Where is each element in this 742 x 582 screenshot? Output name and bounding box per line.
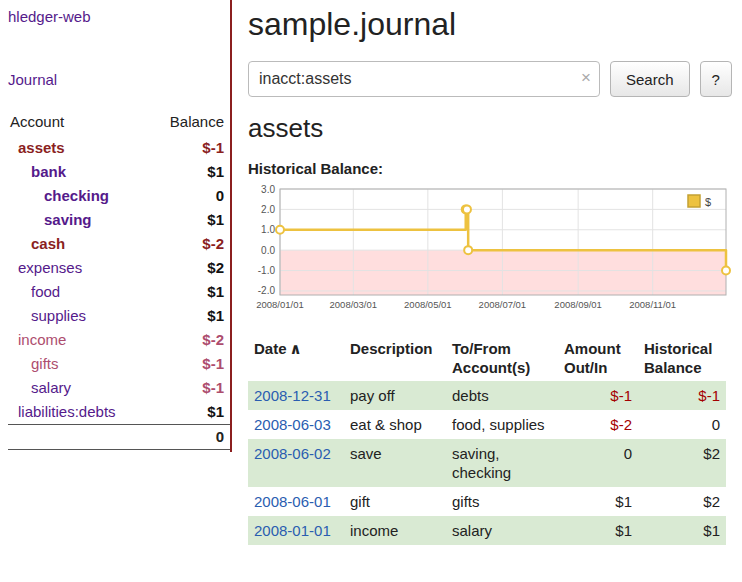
account-balance: $1 bbox=[156, 400, 230, 425]
account-balance: 0 bbox=[156, 184, 230, 208]
accounts-cell: gifts bbox=[446, 487, 558, 516]
balance-cell: $1 bbox=[638, 516, 726, 545]
account-name-cell: saving bbox=[8, 208, 156, 232]
help-button[interactable]: ? bbox=[700, 61, 732, 97]
account-link[interactable]: expenses bbox=[10, 259, 82, 276]
col-accounts: To/From Account(s) bbox=[446, 335, 558, 381]
account-link[interactable]: supplies bbox=[10, 307, 86, 324]
date-cell: 2008-12-31 bbox=[248, 381, 344, 410]
svg-text:2008/05/01: 2008/05/01 bbox=[404, 299, 452, 310]
date-link[interactable]: 2008-06-01 bbox=[254, 493, 331, 510]
account-row: cash$-2 bbox=[8, 232, 230, 256]
search-input[interactable] bbox=[248, 61, 600, 97]
account-link[interactable]: income bbox=[10, 331, 66, 348]
account-link[interactable]: bank bbox=[10, 163, 66, 180]
page-title: sample.journal bbox=[248, 6, 736, 43]
x-axis-labels: 2008/01/012008/03/012008/05/012008/07/01… bbox=[256, 299, 676, 310]
sidebar-item-journal[interactable]: Journal bbox=[8, 71, 230, 88]
account-link[interactable]: assets bbox=[10, 139, 65, 156]
svg-text:1.0: 1.0 bbox=[261, 224, 275, 235]
account-name-cell: gifts bbox=[8, 352, 156, 376]
account-link[interactable]: salary bbox=[10, 379, 71, 396]
date-link[interactable]: 2008-06-02 bbox=[254, 445, 331, 462]
account-row: checking0 bbox=[8, 184, 230, 208]
account-name-cell: bank bbox=[8, 160, 156, 184]
date-link[interactable]: 2008-01-01 bbox=[254, 522, 331, 539]
accounts-total-value: 0 bbox=[156, 425, 230, 450]
account-link[interactable]: food bbox=[10, 283, 60, 300]
app: hledger-web Journal Account Balance asse… bbox=[0, 0, 742, 582]
accounts-col-balance: Balance bbox=[156, 110, 230, 136]
balance-cell: $-1 bbox=[638, 381, 726, 410]
account-name-cell: expenses bbox=[8, 256, 156, 280]
description-cell: eat & shop bbox=[344, 410, 446, 439]
register-row: 2008-06-02savesaving, checking0$2 bbox=[248, 439, 726, 487]
account-balance: $1 bbox=[156, 280, 230, 304]
date-link[interactable]: 2008-06-03 bbox=[254, 416, 331, 433]
account-balance: $2 bbox=[156, 256, 230, 280]
account-link[interactable]: saving bbox=[10, 211, 92, 228]
account-row: bank$1 bbox=[8, 160, 230, 184]
description-cell: gift bbox=[344, 487, 446, 516]
register-row: 2008-06-01giftgifts$1$2 bbox=[248, 487, 726, 516]
account-balance: $-2 bbox=[156, 328, 230, 352]
account-balance: $-2 bbox=[156, 232, 230, 256]
account-name-cell: supplies bbox=[8, 304, 156, 328]
sort-asc-icon: ∧ bbox=[290, 340, 302, 357]
account-balance: $1 bbox=[156, 304, 230, 328]
description-cell: save bbox=[344, 439, 446, 487]
account-link[interactable]: liabilities:debts bbox=[10, 403, 116, 420]
chart-title: Historical Balance: bbox=[248, 160, 736, 177]
description-cell: pay off bbox=[344, 381, 446, 410]
account-link[interactable]: cash bbox=[10, 235, 65, 252]
svg-text:2.0: 2.0 bbox=[261, 204, 275, 215]
account-name-cell: cash bbox=[8, 232, 156, 256]
account-row: food$1 bbox=[8, 280, 230, 304]
accounts-total-row: 0 bbox=[8, 425, 230, 450]
date-cell: 2008-06-03 bbox=[248, 410, 344, 439]
col-date[interactable]: Date∧ bbox=[248, 335, 344, 381]
date-cell: 2008-06-01 bbox=[248, 487, 344, 516]
account-row: income$-2 bbox=[8, 328, 230, 352]
search-box: × bbox=[248, 61, 600, 97]
register-row: 2008-06-03eat & shopfood, supplies$-20 bbox=[248, 410, 726, 439]
register-row: 2008-12-31pay offdebts$-1$-1 bbox=[248, 381, 726, 410]
svg-text:$: $ bbox=[705, 196, 711, 208]
account-balance: $-1 bbox=[156, 136, 230, 160]
search-button[interactable]: Search bbox=[610, 61, 690, 97]
amount-cell: $1 bbox=[558, 487, 638, 516]
col-date-label: Date bbox=[254, 340, 287, 357]
account-name-cell: salary bbox=[8, 376, 156, 400]
main-content: sample.journal × Search ? assets Histori… bbox=[232, 0, 742, 582]
svg-text:2008/09/01: 2008/09/01 bbox=[554, 299, 602, 310]
accounts-cell: saving, checking bbox=[446, 439, 558, 487]
register-row: 2008-01-01incomesalary$1$1 bbox=[248, 516, 726, 545]
account-name-cell: income bbox=[8, 328, 156, 352]
brand-link[interactable]: hledger-web bbox=[8, 8, 230, 25]
account-name-cell: food bbox=[8, 280, 156, 304]
sidebar-inner: hledger-web Journal Account Balance asse… bbox=[0, 0, 232, 452]
accounts-header-row: Account Balance bbox=[8, 110, 230, 136]
y-axis-labels: 3.02.01.00.0-1.0-2.0 bbox=[258, 185, 276, 296]
balance-cell: $2 bbox=[638, 439, 726, 487]
account-row: gifts$-1 bbox=[8, 352, 230, 376]
balance-cell: 0 bbox=[638, 410, 726, 439]
date-link[interactable]: 2008-12-31 bbox=[254, 387, 331, 404]
balance-chart: 3.02.01.00.0-1.0-2.02008/01/012008/03/01… bbox=[248, 185, 736, 319]
amount-cell: $-2 bbox=[558, 410, 638, 439]
account-link[interactable]: gifts bbox=[10, 355, 59, 372]
description-cell: income bbox=[344, 516, 446, 545]
account-balance: $-1 bbox=[156, 376, 230, 400]
balance-chart-svg: 3.02.01.00.0-1.0-2.02008/01/012008/03/01… bbox=[248, 185, 734, 315]
col-amount: Amount Out/In bbox=[558, 335, 638, 381]
col-description: Description bbox=[344, 335, 446, 381]
svg-text:-2.0: -2.0 bbox=[258, 285, 276, 296]
account-name-cell: checking bbox=[8, 184, 156, 208]
search-row: × Search ? bbox=[248, 61, 736, 97]
clear-search-icon[interactable]: × bbox=[581, 68, 591, 88]
account-name-cell: liabilities:debts bbox=[8, 400, 156, 425]
account-link[interactable]: checking bbox=[10, 187, 109, 204]
account-name-cell: assets bbox=[8, 136, 156, 160]
svg-text:2008/01/01: 2008/01/01 bbox=[256, 299, 304, 310]
svg-text:3.0: 3.0 bbox=[261, 185, 275, 195]
